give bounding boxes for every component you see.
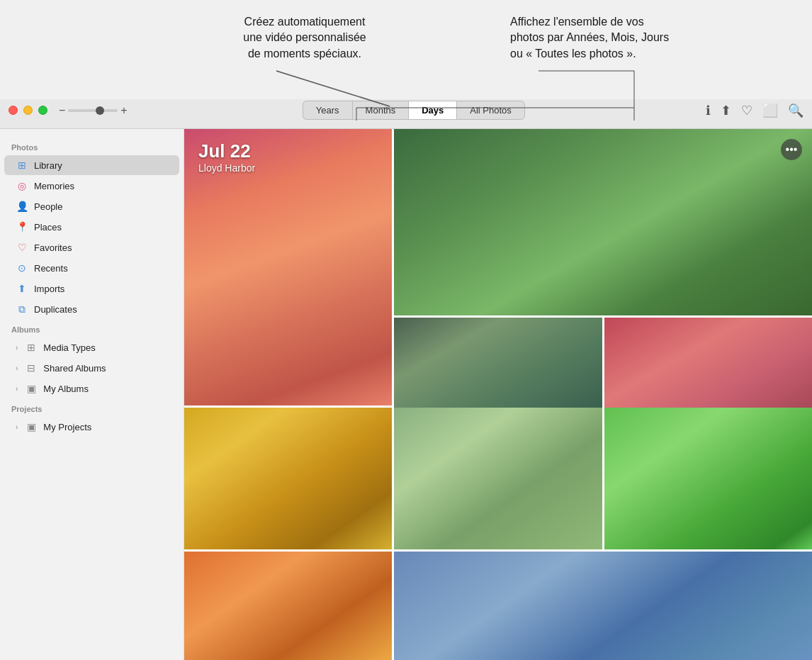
zoom-slider[interactable] [68,109,118,112]
rotate-icon[interactable]: ⬜ [762,103,778,118]
photo-cell-2[interactable] [394,129,812,405]
sidebar-item-library[interactable]: ⊞ Library [4,155,179,175]
toolbar-actions: ℹ ⬆ ♡ ⬜ 🔍 [706,103,803,118]
tab-months[interactable]: Months [352,101,409,120]
maximize-button[interactable] [38,106,47,115]
close-button[interactable] [9,106,18,115]
duplicates-icon: ⧉ [16,303,28,315]
info-icon[interactable]: ℹ [706,103,711,118]
tooltip-left-text: Créez automatiquement une vidéo personna… [243,16,366,60]
sidebar-item-memories[interactable]: ◎ Memories [4,176,179,196]
photos-section-label: Photos [0,138,184,155]
sidebar-item-recents[interactable]: ⊙ Recents [4,258,179,278]
zoom-in-button[interactable]: + [120,105,127,116]
tooltip-right-text: Affichez l'ensemble de vos photos par An… [510,16,669,60]
tab-all-photos[interactable]: All Photos [456,101,525,120]
sidebar-item-my-albums[interactable]: › ▣ My Albums [4,379,179,398]
tooltip-area: Créez automatiquement une vidéo personna… [0,0,812,99]
library-icon: ⊞ [16,159,28,172]
share-icon[interactable]: ⬆ [721,103,731,118]
traffic-lights [9,106,47,115]
memories-icon: ◎ [16,179,28,192]
people-icon: 👤 [16,200,28,213]
sidebar-item-duplicates-label: Duplicates [34,304,77,315]
app-window: − + Years Months Days All Photos ℹ ⬆ ♡ ⬜… [0,92,812,660]
my-projects-chevron: › [16,423,18,431]
photo-cell-2a[interactable] [394,129,812,315]
projects-section-label: Projects [0,399,184,416]
photo-cell-6[interactable] [184,552,392,660]
my-albums-chevron: › [16,385,18,393]
view-tabs: Years Months Days All Photos [303,101,525,120]
sidebar-item-library-label: Library [34,160,62,171]
date-header: Jul 22 Lloyd Harbor [198,140,255,174]
search-icon[interactable]: 🔍 [788,103,803,118]
sidebar-item-my-albums-label: My Albums [43,384,89,394]
shared-albums-chevron: › [16,364,18,372]
albums-section-label: Albums [0,320,184,337]
minimize-button[interactable] [23,106,33,115]
photo-cell-7[interactable] [394,552,812,660]
sidebar-item-memories-label: Memories [34,181,74,191]
photo-cell-3[interactable] [184,408,392,549]
photo-cell-2b[interactable] [394,318,602,408]
sidebar-item-places-label: Places [34,222,62,233]
sidebar-item-favorites[interactable]: ♡ Favorites [4,237,179,257]
sidebar-item-imports-label: Imports [34,284,64,294]
sidebar-item-media-types-label: Media Types [43,342,95,353]
photo-cell-5[interactable] [604,408,812,549]
places-icon: 📍 [16,220,28,233]
main-content: Photos ⊞ Library ◎ Memories 👤 People 📍 P… [0,129,812,660]
zoom-slider-thumb [96,106,104,115]
my-projects-icon: ▣ [25,420,38,433]
sidebar-item-my-projects-label: My Projects [43,422,91,432]
photo-cell-2c[interactable] [604,318,812,408]
shared-albums-icon: ⊟ [25,362,38,374]
more-button[interactable]: ••• [781,139,802,160]
my-albums-icon: ▣ [25,382,38,395]
sidebar-item-my-projects[interactable]: › ▣ My Projects [4,417,179,437]
zoom-control: − + [59,105,128,116]
recents-icon: ⊙ [16,262,28,274]
sidebar-item-places[interactable]: 📍 Places [4,217,179,237]
photo-cell-4[interactable] [394,408,602,549]
sidebar-item-shared-albums[interactable]: › ⊟ Shared Albums [4,358,179,378]
sidebar-item-people-label: People [34,201,62,212]
photo-location: Lloyd Harbor [198,162,255,174]
sidebar-item-duplicates[interactable]: ⧉ Duplicates [4,299,179,319]
sidebar-item-shared-albums-label: Shared Albums [43,363,106,374]
heart-icon[interactable]: ♡ [741,103,752,118]
photo-area[interactable]: Jul 22 Lloyd Harbor ••• [184,129,812,660]
zoom-out-button[interactable]: − [59,105,65,116]
photo-date: Jul 22 [198,140,255,162]
sidebar-item-favorites-label: Favorites [34,242,72,253]
media-types-chevron: › [16,344,18,352]
tooltip-left: Créez automatiquement une vidéo personna… [156,14,453,62]
sidebar-item-recents-label: Recents [34,263,68,274]
more-button-dots: ••• [786,143,798,156]
imports-icon: ⬆ [16,282,28,295]
sidebar: Photos ⊞ Library ◎ Memories 👤 People 📍 P… [0,129,184,660]
tooltip-right: Affichez l'ensemble de vos photos par An… [496,14,779,62]
favorites-icon: ♡ [16,241,28,254]
media-types-icon: ⊞ [25,341,38,354]
sidebar-item-media-types[interactable]: › ⊞ Media Types [4,337,179,357]
tab-days[interactable]: Days [408,101,456,120]
sidebar-item-people[interactable]: 👤 People [4,196,179,216]
tab-years[interactable]: Years [303,101,352,120]
sidebar-item-imports[interactable]: ⬆ Imports [4,279,179,298]
